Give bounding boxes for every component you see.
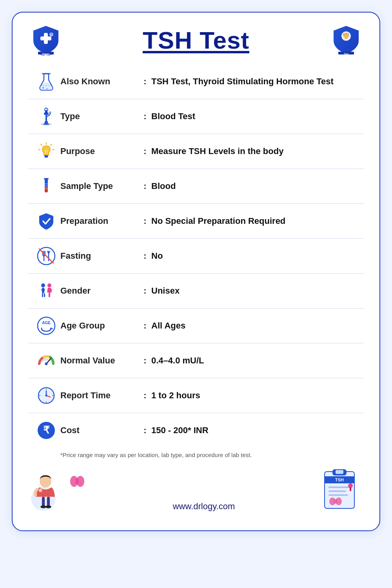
rupee-icon: ₹	[32, 420, 60, 441]
lightbulb-icon	[32, 141, 60, 162]
svg-text:AGE: AGE	[42, 321, 51, 325]
svg-point-67	[40, 505, 46, 508]
svg-point-11	[47, 88, 48, 89]
fasting-label: Fasting	[60, 251, 139, 261]
row-gender: Gender : Unisex	[28, 274, 364, 309]
microscope-icon	[32, 106, 60, 127]
preparation-value: No Special Preparation Required	[151, 216, 360, 226]
svg-rect-83	[334, 499, 337, 504]
report-time-colon: :	[139, 390, 151, 401]
row-cost: ₹ Cost : 150 - 200* INR	[28, 413, 364, 448]
price-note: *Price range may vary as per location, l…	[28, 452, 364, 458]
svg-rect-45	[44, 293, 45, 297]
purpose-label: Purpose	[60, 146, 139, 156]
clock-icon	[32, 385, 60, 406]
svg-rect-78	[328, 486, 350, 488]
svg-rect-85	[350, 487, 351, 491]
also-known-value: TSH Test, Thyroid Stimulating Hormone Te…	[151, 76, 360, 87]
svg-rect-72	[76, 479, 79, 484]
preparation-label: Preparation	[60, 216, 139, 226]
gender-colon: :	[139, 286, 151, 296]
sample-type-colon: :	[139, 181, 151, 191]
footer-right: TSH	[321, 466, 364, 515]
svg-text:Test: Test	[344, 53, 348, 55]
type-label: Type	[60, 111, 139, 122]
footer-left	[28, 472, 87, 515]
svg-text:✋: ✋	[343, 32, 350, 39]
cost-value: 150 - 200* INR	[151, 425, 360, 436]
row-also-known: Also Known : TSH Test, Thyroid Stimulati…	[28, 64, 364, 99]
purpose-value: Measure TSH Levels in the body	[151, 146, 360, 156]
svg-point-56	[45, 395, 47, 397]
normal-value-colon: :	[139, 356, 151, 366]
row-fasting: Fasting : No	[28, 239, 364, 274]
svg-rect-27	[44, 155, 48, 156]
clipboard-illustration: TSH	[321, 466, 360, 513]
fasting-icon	[32, 246, 60, 266]
info-section: Also Known : TSH Test, Thyroid Stimulati…	[28, 64, 364, 448]
svg-rect-47	[47, 289, 52, 290]
svg-rect-66	[47, 497, 50, 507]
gender-icon	[32, 281, 60, 301]
thyroid-decoration	[67, 472, 87, 491]
fasting-colon: :	[139, 251, 151, 261]
gender-label: Gender	[60, 286, 139, 296]
test-shield-icon: 🛡 ✋ Test	[330, 24, 362, 56]
age-group-colon: :	[139, 321, 151, 331]
header: Drlogy TSH Test 🛡 ✋	[28, 24, 364, 56]
test-tube-icon	[32, 176, 60, 196]
footer-website: www.drlogy.com	[87, 501, 321, 515]
also-known-colon: :	[139, 76, 151, 87]
row-sample-type: Sample Type : Blood	[28, 169, 364, 204]
purpose-colon: :	[139, 146, 151, 156]
drlogy-shield-icon: Drlogy	[30, 24, 62, 56]
footer: www.drlogy.com TSH	[28, 466, 364, 515]
svg-rect-28	[45, 156, 48, 158]
svg-rect-44	[42, 293, 43, 297]
age-group-value: All Ages	[151, 321, 360, 331]
preparation-colon: :	[139, 216, 151, 226]
type-colon: :	[139, 111, 151, 122]
sample-type-label: Sample Type	[60, 181, 139, 191]
svg-rect-75	[336, 470, 343, 474]
normal-value-value: 0.4–4.0 mU/L	[151, 356, 360, 366]
svg-rect-15	[44, 123, 49, 125]
age-icon: AGE	[32, 316, 60, 336]
svg-rect-33	[44, 178, 49, 180]
logo-right: 🛡 ✋ Test	[328, 24, 364, 56]
svg-rect-65	[42, 497, 45, 507]
logo-left: Drlogy	[28, 24, 64, 56]
svg-text:₹: ₹	[43, 424, 50, 436]
svg-point-41	[41, 283, 45, 287]
svg-rect-1	[40, 36, 51, 40]
shield-check-icon	[32, 211, 60, 231]
svg-line-25	[41, 144, 42, 145]
sample-type-value: Blood	[151, 181, 360, 191]
svg-rect-16	[45, 114, 47, 121]
svg-point-69	[39, 488, 42, 492]
svg-point-46	[47, 283, 51, 287]
svg-point-34	[45, 189, 48, 192]
row-purpose: Purpose : Measure TSH Levels in the body	[28, 134, 364, 169]
person-illustration	[28, 472, 64, 515]
gauge-icon	[32, 350, 60, 371]
row-age-group: AGE Age Group : All Ages	[28, 309, 364, 343]
gender-value: Unisex	[151, 286, 360, 296]
type-value: Blood Test	[151, 111, 360, 122]
svg-point-48	[38, 317, 55, 334]
row-normal-value: Normal Value : 0.4–4.0 mU/L	[28, 343, 364, 378]
svg-point-51	[45, 363, 48, 365]
normal-value-label: Normal Value	[60, 356, 139, 366]
page-title: TSH Test	[64, 26, 328, 54]
svg-point-10	[42, 87, 44, 89]
svg-line-23	[51, 144, 52, 145]
svg-rect-79	[328, 490, 346, 492]
row-type: Type : Blood Test	[28, 99, 364, 134]
svg-rect-43	[41, 289, 45, 290]
svg-text:TSH: TSH	[335, 477, 344, 482]
report-time-value: 1 to 2 hours	[151, 390, 360, 401]
svg-point-64	[40, 476, 51, 487]
svg-point-68	[45, 505, 51, 508]
flask-icon	[32, 71, 60, 92]
svg-text:Drlogy: Drlogy	[42, 53, 50, 55]
